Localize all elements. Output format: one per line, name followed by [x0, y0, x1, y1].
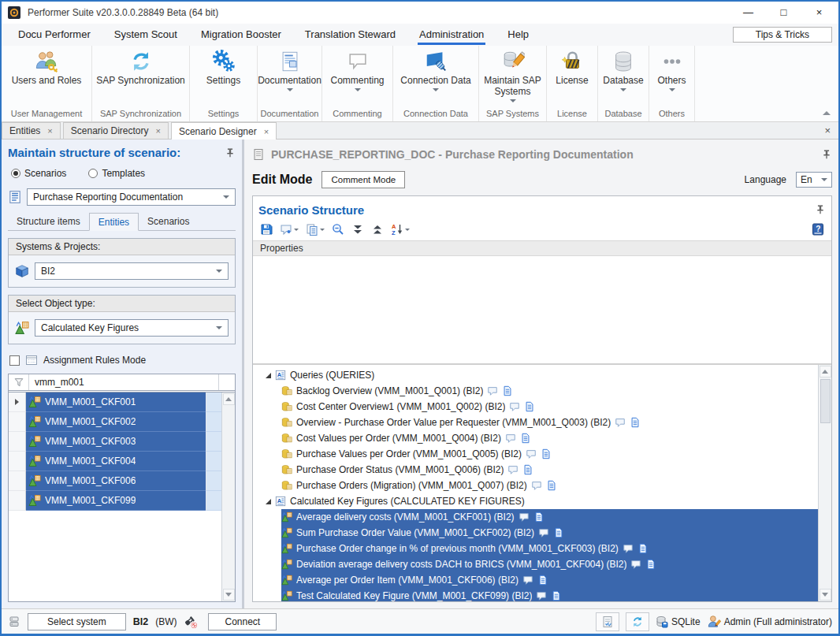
toolbar-save-button[interactable]: [258, 221, 274, 237]
scroll-down-button[interactable]: [820, 589, 831, 601]
scenario-combo[interactable]: Purchase Reporting Documentation: [27, 188, 236, 206]
menu-administration[interactable]: Administration: [407, 24, 496, 46]
tree-item[interactable]: Sum Purchase Order Value (VMM_M001_CKF00…: [253, 525, 818, 541]
ribbon-collapse-icon[interactable]: [823, 111, 831, 115]
tree-item[interactable]: Purchase Order change in % of previous m…: [253, 541, 818, 556]
system-combo[interactable]: BI2: [35, 262, 229, 280]
pin-icon[interactable]: [815, 204, 826, 215]
bubble-icon: [630, 559, 641, 570]
tree-scrollbar[interactable]: [818, 365, 831, 601]
close-icon[interactable]: ×: [264, 127, 269, 136]
scroll-thumb[interactable]: [820, 379, 831, 423]
toolbar-magnifier-button[interactable]: [330, 221, 346, 237]
close-icon[interactable]: ×: [824, 125, 831, 136]
ckf-icon: [281, 575, 292, 586]
ribbon-group-label: SAP Synchronization: [92, 108, 189, 121]
expanded-arrow-icon[interactable]: [266, 499, 271, 504]
grid-row[interactable]: VMM_M001_CKF099: [9, 491, 221, 511]
row-extra-cell: [206, 432, 221, 452]
language-combo[interactable]: En: [796, 172, 832, 188]
close-button[interactable]: ×: [801, 2, 837, 24]
ribbon-button-documentation[interactable]: Documentation: [258, 50, 322, 108]
ribbon-button-users-and-roles[interactable]: Users and Roles: [2, 50, 91, 108]
bubble-icon: [531, 480, 542, 491]
grid-row[interactable]: VMM_M001_CKF003: [9, 432, 221, 452]
subtab-scenarios[interactable]: Scenarios: [139, 213, 198, 230]
tree-item-label: Purchase Values per Order (VMM_M001_Q005…: [296, 448, 522, 459]
toolbar-chev-du-button[interactable]: [370, 221, 385, 237]
tree-item[interactable]: Average delivery costs (VMM_M001_CKF001)…: [253, 509, 818, 525]
ribbon-button-database[interactable]: Database: [598, 50, 649, 108]
doc-tab-scenario-directory[interactable]: Scenario Directory ×: [63, 122, 169, 139]
ribbon-button-connection-data[interactable]: Connection Data: [393, 50, 478, 108]
grid-row[interactable]: VMM_M001_CKF006: [9, 471, 221, 491]
object-type-combo[interactable]: Calculated Key Figures: [35, 319, 229, 337]
tree-item[interactable]: Purchase Order Status (VMM_M001_Q006) (B…: [253, 462, 818, 478]
ribbon-group-label: SAP Systems: [479, 108, 546, 121]
tree-item[interactable]: Average per Order Item (VMM_M001_CKF006)…: [253, 572, 818, 588]
ckf-icon: [281, 527, 292, 538]
menu-translation-steward[interactable]: Translation Steward: [293, 24, 407, 46]
ribbon-button-commenting[interactable]: Commenting: [322, 50, 392, 108]
grid-row[interactable]: VMM_M001_CKF004: [9, 452, 221, 471]
chevron-down-icon: [669, 88, 675, 91]
refresh-button[interactable]: [626, 612, 649, 631]
tree-item-label: Deviation average delivery costs DACH to…: [296, 559, 626, 570]
grid-row[interactable]: VMM_M001_CKF001: [9, 392, 221, 412]
log-button[interactable]: [596, 612, 619, 631]
subtab-structure-items[interactable]: Structure items: [8, 213, 89, 230]
minimize-button[interactable]: —: [730, 2, 766, 24]
ribbon-button-maintain-sap-systems[interactable]: Maintain SAP Systems: [479, 50, 546, 108]
scroll-up-button[interactable]: [223, 393, 235, 405]
tree-item[interactable]: Deviation average delivery costs DACH to…: [253, 556, 818, 572]
tree-item[interactable]: Purchase Values per Order (VMM_M001_Q005…: [253, 446, 818, 462]
select-system-button[interactable]: Select system: [28, 613, 126, 630]
toolbar-chev-dd-button[interactable]: [350, 221, 366, 237]
help-button[interactable]: ?: [810, 221, 826, 237]
menu-docu-performer[interactable]: Docu Performer: [6, 24, 102, 46]
tree-item[interactable]: Cost Center Overview1 (VMM_M001_Q002) (B…: [253, 399, 818, 415]
expanded-arrow-icon[interactable]: [266, 373, 271, 378]
toolbar-az-sort-button[interactable]: AZ: [389, 221, 411, 237]
radio-templates[interactable]: Templates: [88, 168, 145, 179]
tree-item[interactable]: Test Calculated Key Figure (VMM_M001_CKF…: [253, 588, 818, 601]
pin-icon[interactable]: [225, 147, 236, 158]
tree-group[interactable]: ACalculated Key Figures (CALCULATED KEY …: [253, 493, 818, 509]
comment-mode-button[interactable]: Comment Mode: [322, 171, 405, 188]
tree-item[interactable]: Cost Values per Order (VMM_M001_Q004) (B…: [253, 430, 818, 446]
menu-system-scout[interactable]: System Scout: [102, 24, 189, 46]
scroll-up-button[interactable]: [820, 366, 831, 378]
doc-tab-scenario-designer[interactable]: Scenario Designer ×: [171, 122, 277, 139]
ribbon-button-settings[interactable]: Settings: [190, 50, 257, 108]
close-icon[interactable]: ×: [47, 126, 52, 136]
subtab-entities[interactable]: Entities: [89, 213, 139, 231]
ribbon-button-others[interactable]: Others: [649, 50, 694, 108]
scroll-down-button[interactable]: [223, 589, 235, 601]
tree-group[interactable]: AQueries (QUERIES): [253, 367, 818, 383]
toolbar-copy-doc-button[interactable]: [304, 221, 326, 237]
menu-help[interactable]: Help: [496, 24, 541, 46]
maximize-button[interactable]: □: [766, 2, 801, 24]
tree-item[interactable]: Overview - Purchase Order Value per Requ…: [253, 415, 818, 430]
chevron-down-icon: [216, 270, 222, 273]
filter-button[interactable]: [9, 374, 29, 390]
tree-item[interactable]: Backlog Overview (VMM_M001_Q001) (BI2): [253, 383, 818, 399]
radio-scenarios[interactable]: Scenarios: [11, 168, 66, 179]
menu-migration-booster[interactable]: Migration Booster: [189, 24, 293, 46]
tips-tricks-button[interactable]: Tips & Tricks: [733, 27, 832, 43]
ribbon-button-sap-synchronization[interactable]: SAP Synchronization: [92, 50, 189, 108]
toolbar-bubble-dot-button[interactable]: [278, 221, 300, 237]
tree-item[interactable]: Purchase Orders (Migration) (VMM_M001_Q0…: [253, 478, 818, 493]
tree-item-label: Average per Order Item (VMM_M001_CKF006)…: [296, 575, 518, 586]
doc-tab-entities[interactable]: Entities ×: [2, 122, 61, 139]
close-icon[interactable]: ×: [156, 126, 161, 136]
grid-row[interactable]: VMM_M001_CKF002: [9, 412, 221, 432]
filter-input[interactable]: vmm_m001: [29, 374, 219, 390]
ribbon-button-license[interactable]: License: [547, 50, 597, 108]
grid-scrollbar[interactable]: [221, 392, 235, 601]
copy-doc-icon: [306, 223, 318, 236]
ribbon-button-label: Users and Roles: [12, 76, 82, 87]
connect-button[interactable]: Connect: [208, 613, 277, 630]
assignment-rules-checkbox[interactable]: Assignment Rules Mode: [9, 354, 234, 366]
pin-icon[interactable]: [821, 149, 832, 160]
